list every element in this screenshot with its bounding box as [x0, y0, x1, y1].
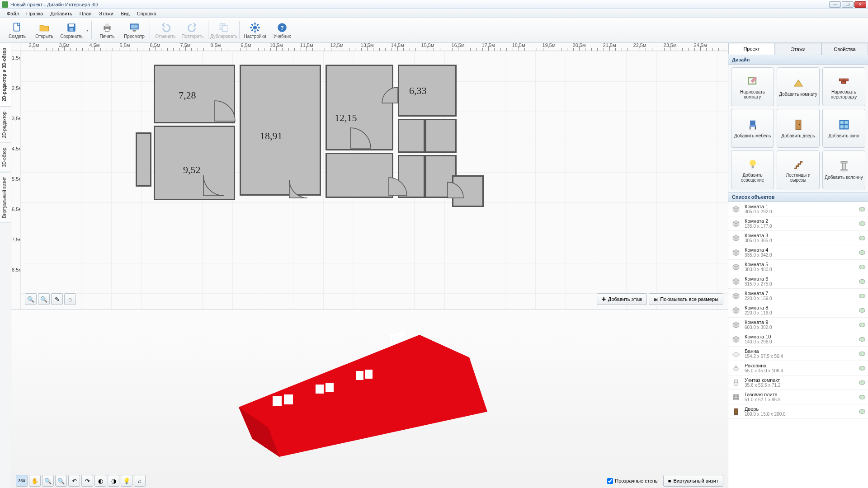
toolbar-open-folder-button[interactable]: Открыть [31, 19, 58, 42]
tilt-up-button[interactable]: ◐ [94, 475, 106, 487]
vtab-1[interactable]: 2D-редактор [0, 107, 11, 143]
zoom-in-3d-button[interactable]: 🔍 [55, 475, 67, 487]
object-row[interactable]: Комната 7220.0 x 159.0 [728, 289, 868, 303]
tilt-down-button[interactable]: ◑ [108, 475, 119, 487]
open-folder-icon [38, 22, 50, 33]
view3d-toolbar: 360 ✋ 🔍 🔍 ↶ ↷ ◐ ◑ 💡 ⌂ [16, 475, 146, 487]
sidebar-tab-Проект[interactable]: Проект [728, 43, 775, 55]
visibility-toggle[interactable] [859, 221, 865, 226]
object-row[interactable]: Унитаз компакт35.6 x 56.5 x 71.2 [728, 375, 868, 390]
toolbar-gear-button[interactable]: Настройки [241, 19, 269, 42]
minimize-button[interactable]: — [829, 1, 841, 8]
object-row[interactable]: Комната 10140.0 x 296.0 [728, 332, 868, 347]
zoom-out-3d-button[interactable]: 🔍 [42, 475, 54, 487]
transparent-walls-checkbox[interactable]: Прозрачные стены [607, 478, 658, 484]
toolbar-monitor-button[interactable]: Просмотр [121, 19, 148, 42]
object-row[interactable]: Комната 8220.0 x 116.0 [728, 303, 868, 318]
object-row[interactable]: Комната 5303.0 x 480.0 [728, 260, 868, 274]
visibility-toggle[interactable] [859, 337, 865, 342]
object-row[interactable]: Раковина55.0 x 45.0 x 108.4 [728, 361, 868, 375]
svg-rect-9 [133, 30, 136, 31]
object-row[interactable]: Ванна154.2 x 67.5 x 50.4 [728, 347, 868, 361]
svg-line-20 [257, 24, 258, 25]
object-row[interactable]: Комната 3305.0 x 365.0 [728, 231, 868, 245]
visibility-toggle[interactable] [859, 380, 865, 385]
palette-window-button[interactable]: Добавить окно [822, 109, 865, 148]
zoom-out-button[interactable]: 🔍 [25, 293, 37, 305]
objects-list[interactable]: Комната 1305.0 x 292.0Комната 2135.0 x 1… [728, 202, 868, 488]
ruler-vertical: 1,5м2,5м3,5м4,5м5,5м6,5м7,5м8,5м [11, 51, 20, 310]
visibility-toggle[interactable] [859, 366, 865, 371]
visibility-toggle[interactable] [859, 207, 865, 211]
orbit-360-button[interactable]: 360 [16, 475, 28, 487]
save-dropdown[interactable]: ▾ [85, 19, 90, 42]
palette-draw-room-button[interactable]: Нарисовать комнату [731, 67, 774, 106]
visibility-toggle[interactable] [859, 294, 865, 298]
palette-chair-button[interactable]: Добавить мебель [731, 109, 774, 148]
room-area-label: 9,52 [183, 164, 201, 176]
svg-rect-49 [841, 162, 847, 164]
lighting-button[interactable]: 💡 [121, 475, 132, 487]
vtab-2[interactable]: 3D-обзор [0, 143, 11, 172]
edit-tool-button[interactable]: ✎ [51, 293, 63, 305]
palette-wall-button[interactable]: Нарисовать перегородку [822, 67, 865, 106]
svg-rect-6 [105, 28, 109, 31]
menu-справка[interactable]: Справка [134, 10, 160, 17]
palette-add-room-button[interactable]: Добавить комнату [777, 67, 820, 106]
close-button[interactable]: ✕ [854, 1, 866, 8]
palette-column-button[interactable]: Добавить колонну [822, 150, 865, 189]
visibility-toggle[interactable] [859, 265, 865, 269]
virtual-visit-button[interactable]: ■Виртуальный визит [663, 475, 723, 487]
sidebar-tab-Свойства[interactable]: Свойства [821, 43, 868, 55]
menu-добавить[interactable]: Добавить [47, 10, 75, 17]
toolbar-help-button[interactable]: ?Учебник [269, 19, 296, 42]
rotate-right-button[interactable]: ↷ [81, 475, 93, 487]
object-row[interactable]: Газовая плита51.0 x 62.1 x 86.9 [728, 390, 868, 404]
pan-button[interactable]: ✋ [29, 475, 41, 487]
stove-icon [731, 392, 741, 402]
menu-вид[interactable]: Вид [118, 10, 133, 17]
rotate-left-button[interactable]: ↶ [68, 475, 80, 487]
room3d-icon [731, 204, 741, 214]
vtab-3[interactable]: Виртуальный визит [0, 172, 11, 223]
home-view-button[interactable]: ⌂ [64, 293, 76, 305]
vtab-0[interactable]: 2D-редактор и 3D-обзор [0, 43, 11, 107]
menu-этажи[interactable]: Этажи [95, 10, 116, 17]
palette-stairs-button[interactable]: Лестницы и вырезы [777, 150, 820, 189]
svg-rect-34 [839, 79, 843, 81]
object-row[interactable]: Комната 4335.0 x 642.0 [728, 245, 868, 260]
menu-правка[interactable]: Правка [23, 10, 46, 17]
view-3d-canvas[interactable]: 360 ✋ 🔍 🔍 ↶ ↷ ◐ ◑ 💡 ⌂ Прозрачные стены ■… [11, 310, 728, 488]
object-row[interactable]: Дверь100.0 x 15.0 x 200.0 [728, 404, 868, 419]
visibility-toggle[interactable] [859, 279, 865, 284]
visibility-toggle[interactable] [859, 250, 865, 255]
menu-файл[interactable]: Файл [4, 10, 22, 17]
palette-door-button[interactable]: Добавить дверь [777, 109, 820, 148]
object-row[interactable]: Комната 9603.0 x 382.0 [728, 318, 868, 332]
show-dimensions-button[interactable]: ⊞Показывать все размеры [649, 293, 723, 305]
zoom-in-button[interactable]: 🔍 [38, 293, 50, 305]
object-row[interactable]: Комната 1305.0 x 292.0 [728, 202, 868, 216]
svg-rect-55 [735, 380, 738, 383]
object-row[interactable]: Комната 6315.0 x 275.0 [728, 274, 868, 289]
add-floor-button[interactable]: ✚Добавить этаж [597, 293, 647, 305]
object-row[interactable]: Комната 2135.0 x 177.0 [728, 216, 868, 231]
visibility-toggle[interactable] [859, 308, 865, 313]
toolbar-save-disk-button[interactable]: Сохранить [58, 19, 85, 42]
visibility-toggle[interactable] [859, 352, 865, 356]
plan-2d-canvas[interactable]: 7,2818,9112,156,339,52 🔍 🔍 ✎ ⌂ ✚Добавить… [20, 51, 728, 310]
menubar: ФайлПравкаДобавитьПланЭтажиВидСправка [0, 9, 868, 18]
sidebar-tab-Этажи[interactable]: Этажи [775, 43, 821, 55]
palette-bulb-button[interactable]: Добавить освещение [731, 150, 774, 189]
toolbar-new-file-button[interactable]: Создать [4, 19, 31, 42]
svg-rect-0 [14, 23, 19, 31]
visibility-toggle[interactable] [859, 323, 865, 327]
column-icon [837, 160, 851, 173]
home-3d-button[interactable]: ⌂ [134, 475, 146, 487]
visibility-toggle[interactable] [859, 409, 865, 414]
visibility-toggle[interactable] [859, 395, 865, 399]
visibility-toggle[interactable] [859, 236, 865, 240]
menu-план[interactable]: План [76, 10, 95, 17]
toolbar-printer-button[interactable]: Печать [94, 19, 121, 42]
maximize-button[interactable]: ❐ [842, 1, 854, 8]
